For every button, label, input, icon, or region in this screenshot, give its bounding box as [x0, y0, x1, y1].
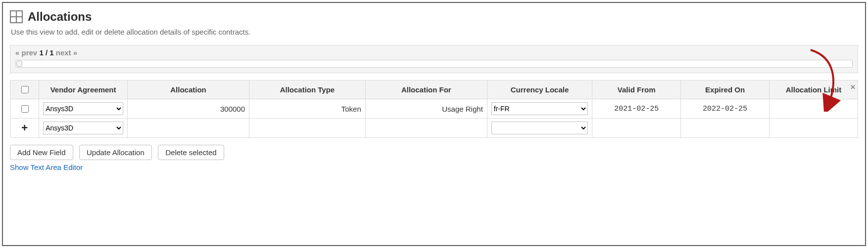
cell-allocation-type[interactable]: Token — [249, 99, 366, 119]
pager-total: 1 — [49, 48, 53, 57]
page-title: Allocations — [28, 10, 92, 24]
currency-select[interactable]: fr-FR — [491, 102, 588, 115]
vendor-select[interactable]: Ansys3D — [43, 122, 123, 134]
table-row: + Ansys3D — [10, 119, 858, 138]
pagination-box: « prev 1 / 1 next » — [10, 45, 858, 73]
pager-next[interactable]: next » — [56, 48, 77, 57]
col-allocation-limit[interactable]: Allocation Limit ✕ — [770, 81, 858, 99]
col-expired-on[interactable]: Expired On — [681, 81, 770, 99]
allocations-panel: Allocations Use this view to add, edit o… — [2, 2, 866, 246]
col-vendor-agreement[interactable]: Vendor Agreement — [39, 81, 128, 99]
table-header-row: Vendor Agreement Allocation Allocation T… — [10, 81, 858, 99]
col-valid-from[interactable]: Valid From — [592, 81, 681, 99]
column-remove-icon[interactable]: ✕ — [850, 83, 856, 91]
pager-prev[interactable]: « prev — [15, 48, 37, 57]
col-allocation-limit-label: Allocation Limit — [786, 85, 842, 94]
add-row-icon[interactable]: + — [21, 122, 28, 134]
show-text-area-editor-link[interactable]: Show Text Area Editor — [10, 163, 83, 171]
cell-allocation-for[interactable] — [365, 119, 487, 138]
cell-allocation-type[interactable] — [249, 119, 366, 138]
pager-sep: / — [46, 48, 48, 57]
col-currency-locale[interactable]: Currency Locale — [487, 81, 592, 99]
cell-allocation-for[interactable]: Usage Right — [365, 99, 487, 119]
col-allocation-type[interactable]: Allocation Type — [249, 81, 366, 99]
vendor-select[interactable]: Ansys3D — [43, 102, 123, 115]
cell-allocation[interactable] — [128, 119, 249, 138]
currency-select[interactable] — [491, 122, 588, 134]
cell-expired-on[interactable]: 2022-02-25 — [681, 99, 770, 119]
add-new-field-button[interactable]: Add New Field — [10, 145, 73, 160]
cell-allocation-limit[interactable] — [770, 119, 858, 138]
update-allocation-button[interactable]: Update Allocation — [79, 145, 152, 160]
col-select-all — [10, 81, 39, 99]
allocations-table: Vendor Agreement Allocation Allocation T… — [10, 80, 858, 138]
cell-valid-from[interactable]: 2021-02-25 — [592, 99, 681, 119]
pager-thumb[interactable] — [16, 61, 22, 67]
page-subtitle: Use this view to add, edit or delete all… — [11, 28, 858, 36]
row-checkbox[interactable] — [21, 105, 29, 113]
col-allocation-for[interactable]: Allocation For — [365, 81, 487, 99]
cell-valid-from[interactable] — [592, 119, 681, 138]
grid-icon — [10, 10, 23, 23]
table-row: Ansys3D 300000 Token Usage Right fr-FR 2… — [10, 99, 858, 119]
panel-header: Allocations — [10, 10, 858, 24]
cell-allocation-limit[interactable] — [770, 99, 858, 119]
select-all-checkbox[interactable] — [21, 86, 29, 93]
delete-selected-button[interactable]: Delete selected — [158, 145, 224, 160]
action-buttons: Add New Field Update Allocation Delete s… — [10, 145, 858, 160]
pager-slider[interactable] — [15, 60, 853, 68]
pagination-nav: « prev 1 / 1 next » — [15, 48, 853, 57]
cell-expired-on[interactable] — [681, 119, 770, 138]
col-allocation[interactable]: Allocation — [128, 81, 249, 99]
pager-current: 1 — [39, 48, 43, 57]
cell-allocation[interactable]: 300000 — [128, 99, 249, 119]
